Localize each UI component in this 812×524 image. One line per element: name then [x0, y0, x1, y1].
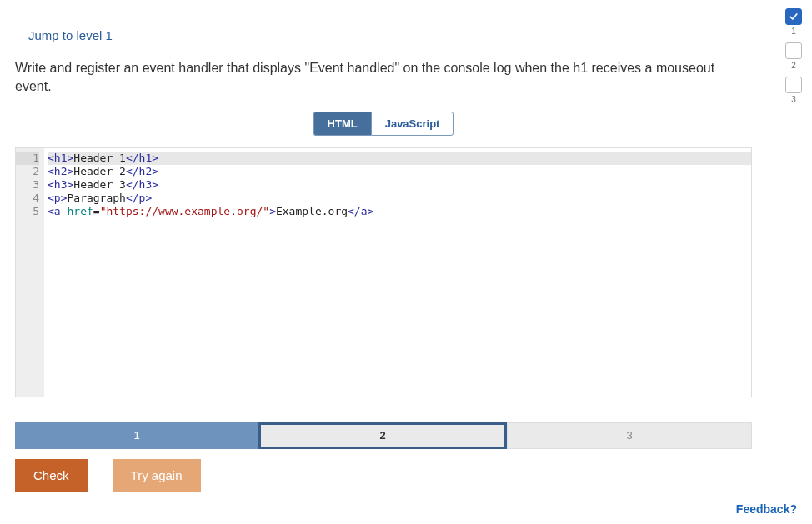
step-2[interactable]: 2 [258, 422, 507, 449]
empty-box-icon [785, 77, 802, 93]
line-number: 1 [16, 152, 39, 165]
action-buttons: Check Try again [15, 459, 752, 492]
side-progress-label: 2 [791, 61, 796, 70]
line-gutter: 12345 [16, 148, 44, 397]
step-progress-bar: 123 [15, 422, 752, 449]
empty-box-icon [785, 42, 802, 59]
question-prompt: Write and register an event handler that… [15, 59, 752, 97]
side-progress-item-1[interactable]: 1 [785, 8, 802, 41]
check-button[interactable]: Check [15, 459, 88, 492]
side-progress-item-2[interactable]: 2 [785, 42, 802, 75]
jump-to-level-link[interactable]: Jump to level 1 [28, 28, 752, 42]
side-progress-label: 3 [791, 95, 796, 104]
code-line[interactable]: <h3>Header 3</h3> [48, 178, 751, 192]
feedback-link[interactable]: Feedback? [736, 502, 797, 516]
code-tabs: HTML JavaScript [15, 112, 752, 136]
step-1[interactable]: 1 [15, 422, 258, 449]
side-progress-label: 1 [791, 27, 796, 36]
tab-javascript[interactable]: JavaScript [371, 112, 454, 136]
try-again-button[interactable]: Try again [113, 459, 201, 492]
code-editor[interactable]: 12345 <h1>Header 1</h1><h2>Header 2</h2>… [15, 147, 752, 397]
line-number: 5 [16, 205, 39, 218]
main-panel: Jump to level 1 Write and register an ev… [0, 0, 767, 492]
side-progress-item-3[interactable]: 3 [785, 77, 802, 109]
line-number: 3 [16, 178, 39, 192]
tab-html[interactable]: HTML [313, 112, 371, 136]
code-line[interactable]: <h2>Header 2</h2> [48, 165, 751, 178]
side-progress: 123 [785, 8, 802, 109]
code-line[interactable]: <p>Paragraph</p> [48, 192, 751, 205]
code-area[interactable]: <h1>Header 1</h1><h2>Header 2</h2><h3>He… [44, 148, 751, 397]
line-number: 2 [16, 165, 39, 178]
step-3[interactable]: 3 [507, 422, 752, 449]
code-line[interactable]: <h1>Header 1</h1> [48, 152, 751, 165]
check-icon [785, 8, 802, 25]
code-line[interactable]: <a href="https://www.example.org/">Examp… [48, 205, 751, 218]
line-number: 4 [16, 192, 39, 205]
